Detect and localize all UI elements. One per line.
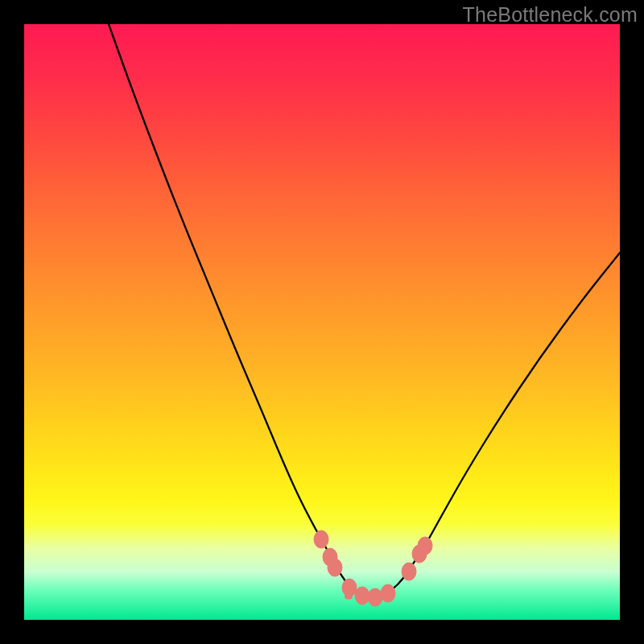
- curve-right: [370, 253, 620, 597]
- curve-marker: [328, 559, 342, 576]
- chart-frame: TheBottleneck.com: [0, 0, 644, 644]
- watermark-text: TheBottleneck.com: [463, 3, 638, 27]
- plot-area: [24, 24, 620, 620]
- marker-layer: [314, 530, 432, 606]
- curve-marker: [381, 584, 395, 602]
- curve-marker: [368, 588, 382, 606]
- curve-marker: [402, 563, 416, 580]
- curve-left: [109, 24, 370, 597]
- curve-marker: [342, 579, 357, 597]
- curve-marker: [418, 537, 432, 555]
- curve-marker: [314, 530, 328, 548]
- chart-svg: [24, 24, 620, 620]
- curve-marker: [355, 587, 369, 605]
